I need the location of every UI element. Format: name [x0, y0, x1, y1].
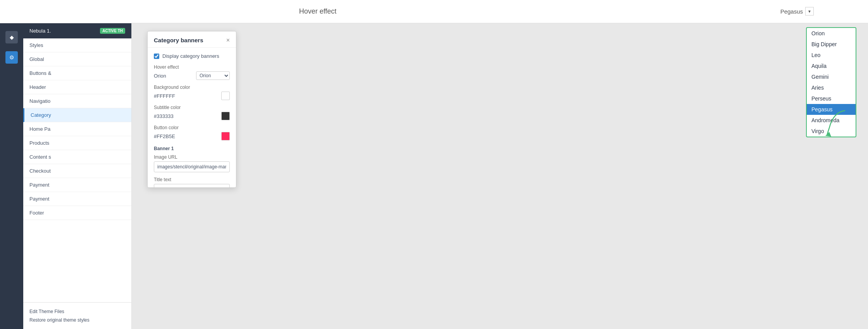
- title-text-input[interactable]: [154, 184, 230, 187]
- subtitle-color-swatch[interactable]: [221, 112, 230, 120]
- hover-effect-select-row: Orion Orion Big Dipper Leo Pegasus: [154, 71, 230, 80]
- restore-theme-styles-link[interactable]: Restore original theme styles: [29, 316, 125, 324]
- content-panel: Nebula 1. ACTIVE TH Styles Global Button…: [23, 23, 132, 329]
- title-text-label: Title text: [154, 177, 230, 182]
- pegasus-selector: Pegasus ▼: [780, 7, 814, 16]
- panel-footer: Edit Theme Files Restore original theme …: [23, 302, 131, 329]
- nav-items: Styles Global Buttons & Header Navigatio…: [23, 38, 131, 302]
- modal-header: Category banners ×: [148, 31, 236, 48]
- display-banners-checkbox[interactable]: [154, 54, 159, 59]
- hover-effect-label: Hover effect: [299, 7, 337, 16]
- arrow-svg: [822, 109, 852, 140]
- image-url-label: Image URL: [154, 154, 230, 160]
- subtitle-color-field: Subtitle color #333333: [154, 105, 230, 120]
- nav-item-navigation[interactable]: Navigatio: [23, 94, 131, 108]
- image-url-field: Image URL: [154, 154, 230, 172]
- modal-close-button[interactable]: ×: [226, 37, 230, 43]
- sidebar-nebula-icon[interactable]: ◆: [5, 31, 18, 43]
- display-banners-row: Display category banners: [154, 53, 230, 59]
- nav-item-content[interactable]: Content s: [23, 150, 131, 164]
- hover-effect-field: Hover effect Orion Orion Big Dipper Leo …: [154, 64, 230, 80]
- background-color-value: #FFFFFF: [154, 93, 175, 99]
- dropdown-item-perseus[interactable]: Perseus: [807, 93, 856, 104]
- dropdown-list-container: Orion Big Dipper Leo Aquila Gemini Aries…: [806, 27, 856, 137]
- hover-effect-field-label: Hover effect: [154, 64, 230, 70]
- subtitle-color-row: #333333: [154, 112, 230, 120]
- edit-theme-files-link[interactable]: Edit Theme Files: [29, 307, 125, 316]
- dropdown-item-gemini[interactable]: Gemini: [807, 71, 856, 82]
- nav-item-buttons[interactable]: Buttons &: [23, 66, 131, 80]
- dropdown-item-orion[interactable]: Orion: [807, 28, 856, 39]
- dropdown-item-aries[interactable]: Aries: [807, 82, 856, 93]
- arrow-annotation: [822, 109, 852, 141]
- top-bar: Hover effect Pegasus ▼: [0, 0, 868, 23]
- nav-item-products[interactable]: Products: [23, 136, 131, 150]
- pegasus-dropdown-button[interactable]: ▼: [805, 7, 814, 16]
- image-url-input[interactable]: [154, 161, 230, 172]
- nav-item-footer[interactable]: Footer: [23, 206, 131, 220]
- background-color-label: Background color: [154, 85, 230, 90]
- background-color-row: #FFFFFF: [154, 92, 230, 100]
- button-color-field: Button color #FF2B5E: [154, 125, 230, 140]
- theme-header: Nebula 1. ACTIVE TH: [23, 23, 131, 38]
- modal-body: Display category banners Hover effect Or…: [148, 48, 236, 187]
- active-theme-badge: ACTIVE TH: [100, 28, 125, 34]
- background-color-field: Background color #FFFFFF: [154, 85, 230, 100]
- modal-overlay: Category banners × Display category bann…: [132, 23, 868, 329]
- dropdown-item-bigdipper[interactable]: Big Dipper: [807, 39, 856, 50]
- nav-item-checkout[interactable]: Checkout: [23, 164, 131, 178]
- title-text-field: Title text: [154, 177, 230, 187]
- button-color-swatch[interactable]: [221, 132, 230, 140]
- button-color-label: Button color: [154, 125, 230, 130]
- nav-item-payment1[interactable]: Payment: [23, 178, 131, 192]
- pegasus-label: Pegasus: [780, 8, 803, 15]
- dropdown-item-leo[interactable]: Leo: [807, 50, 856, 61]
- hover-effect-select[interactable]: Orion Big Dipper Leo Pegasus: [196, 71, 230, 80]
- button-color-value: #FF2B5E: [154, 133, 175, 139]
- subtitle-color-label: Subtitle color: [154, 105, 230, 110]
- nav-item-homepage[interactable]: Home Pa: [23, 122, 131, 136]
- modal-title: Category banners: [154, 37, 203, 43]
- nav-item-category[interactable]: Category: [23, 108, 131, 122]
- sidebar-settings-icon[interactable]: ⚙: [5, 51, 18, 64]
- preview-area: Category banners × Display category bann…: [132, 23, 868, 329]
- nav-item-global[interactable]: Global: [23, 52, 131, 66]
- hover-effect-value: Orion: [154, 73, 166, 79]
- nav-item-payment2[interactable]: Payment: [23, 192, 131, 206]
- subtitle-color-value: #333333: [154, 113, 174, 119]
- display-banners-label: Display category banners: [162, 53, 219, 59]
- theme-title: Nebula 1.: [29, 28, 51, 34]
- dropdown-item-aquila[interactable]: Aquila: [807, 61, 856, 71]
- background-color-swatch[interactable]: [221, 92, 230, 100]
- nav-item-header[interactable]: Header: [23, 80, 131, 94]
- category-banners-modal: Category banners × Display category bann…: [147, 31, 236, 188]
- button-color-row: #FF2B5E: [154, 132, 230, 140]
- svg-marker-0: [825, 132, 831, 137]
- banner1-section-title: Banner 1: [154, 146, 230, 151]
- dark-sidebar: ◆ ⚙: [0, 23, 23, 329]
- main-area: ◆ ⚙ Nebula 1. ACTIVE TH Styles Global Bu…: [0, 23, 868, 329]
- nav-item-styles[interactable]: Styles: [23, 38, 131, 52]
